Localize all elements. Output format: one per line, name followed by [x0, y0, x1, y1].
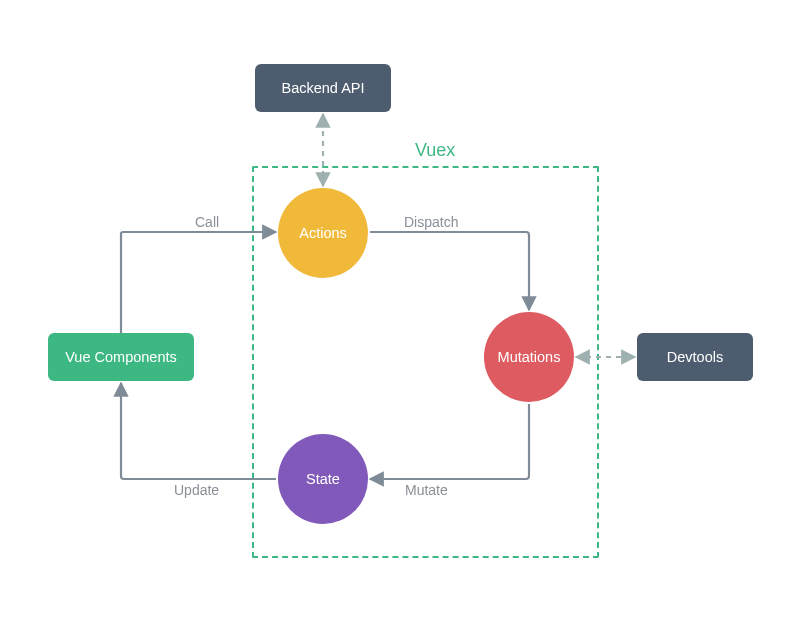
box-vue-components: Vue Components [48, 333, 194, 381]
box-devtools: Devtools [637, 333, 753, 381]
circle-actions: Actions [278, 188, 368, 278]
edge-label-call: Call [195, 214, 219, 230]
box-backend-api: Backend API [255, 64, 391, 112]
edge-label-update: Update [174, 482, 219, 498]
edge-label-dispatch: Dispatch [404, 214, 458, 230]
circle-state: State [278, 434, 368, 524]
edge-label-mutate: Mutate [405, 482, 448, 498]
vuex-title: Vuex [415, 140, 455, 161]
circle-mutations: Mutations [484, 312, 574, 402]
vuex-architecture-diagram: Vuex Backend API Vue Components Devtools… [0, 0, 800, 629]
